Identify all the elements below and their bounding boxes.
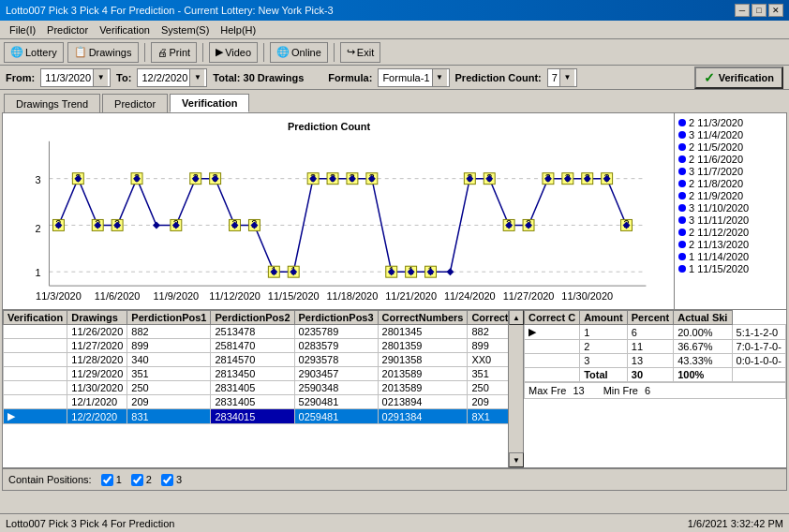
to-date-combo[interactable]: 12/2/2020 ▼	[137, 68, 207, 87]
status-bar: Lotto007 Pick 3 Pick 4 For Prediction 1/…	[0, 513, 789, 532]
checkbox-2[interactable]	[131, 474, 143, 486]
video-button[interactable]: ▶ Video	[209, 42, 258, 63]
legend-item-5: 3 11/7/2020	[678, 166, 782, 177]
maximize-button[interactable]: □	[752, 4, 767, 17]
close-button[interactable]: ✕	[768, 4, 783, 17]
table-cell: 2813450	[211, 367, 294, 381]
data-grid-area: Verification Drawings PerdictionPos1 Per…	[3, 310, 786, 467]
svg-text:2: 2	[35, 223, 40, 234]
tab-drawings-trend[interactable]: Drawings Trend	[4, 94, 100, 112]
row-arrow	[4, 367, 67, 381]
checkbox-3[interactable]	[161, 474, 173, 486]
table-cell: 340	[127, 353, 211, 367]
tab-bar: Drawings Trend Predictor Verification	[0, 90, 789, 112]
formula-combo[interactable]: Formula-1 ▼	[378, 68, 449, 87]
online-button[interactable]: 🌐 Online	[270, 42, 328, 63]
formula-arrow[interactable]: ▼	[432, 69, 447, 86]
lottery-button[interactable]: 🌐 Lottery	[4, 42, 64, 63]
minimize-button[interactable]: ─	[735, 4, 750, 17]
col-correct-c: Correct C	[525, 311, 580, 325]
svg-text:1: 1	[35, 267, 40, 278]
legend-dot	[678, 192, 686, 200]
drawings-button[interactable]: 📋 Drawings	[67, 42, 139, 63]
table-cell: 2903457	[294, 367, 378, 381]
table-row[interactable]: 12/1/20202092831405529048102138942093	[4, 395, 510, 409]
table-cell: 11/30/2020	[67, 381, 127, 395]
svg-text:11/3/2020: 11/3/2020	[36, 290, 82, 302]
menu-help[interactable]: Help(H)	[215, 23, 261, 37]
table-cell: 0293578	[294, 353, 378, 367]
checkbox-pos2: 2	[131, 474, 152, 486]
title-bar: Lotto007 Pick 3 Pick 4 For Prediction - …	[0, 0, 789, 21]
print-button[interactable]: 🖨 Print	[151, 42, 198, 63]
table-cell: 351	[127, 367, 211, 381]
checkbox-1[interactable]	[101, 474, 113, 486]
table-row[interactable]: 11/27/20208992581470028357928013598993	[4, 339, 510, 353]
row-arrow	[4, 395, 67, 409]
left-grid[interactable]: Verification Drawings PerdictionPos1 Per…	[3, 310, 509, 467]
table-cell: 2834015	[211, 409, 294, 424]
table-row[interactable]: ▶12/2/20208312834015025948102913848X12	[4, 409, 510, 424]
contain-positions-label: Contain Positions:	[8, 474, 92, 485]
table-row[interactable]: 11/28/2020340281457002935782901358XX01	[4, 353, 510, 367]
svg-text:11/27/2020: 11/27/2020	[503, 290, 555, 302]
table-row[interactable]: 11/30/20202502831405259034820135892503	[4, 381, 510, 395]
checkbox-pos3: 3	[161, 474, 182, 486]
verification-button[interactable]: ✓ Verification	[694, 66, 783, 89]
from-date-arrow[interactable]: ▼	[93, 69, 108, 86]
table-cell: 3	[580, 354, 628, 368]
menu-verification[interactable]: Verification	[94, 23, 156, 37]
legend-item-11: 2 11/13/2020	[678, 239, 782, 250]
menu-file[interactable]: File(I)	[4, 23, 41, 37]
window-title: Lotto007 Pick 3 Pick 4 For Prediction - …	[6, 5, 334, 16]
max-fre: Max Fre 13	[528, 385, 585, 396]
pred-count-value: 7	[550, 72, 559, 83]
table-cell: 5:1-1-2-0	[732, 325, 785, 340]
exit-button[interactable]: ↪ Exit	[340, 42, 380, 63]
left-scrollbar[interactable]: ▲ ▼	[509, 310, 524, 467]
table-row[interactable]: 31343.33%0:0-1-0-0-	[525, 354, 786, 368]
exit-icon: ↪	[347, 46, 355, 58]
svg-rect-0	[12, 113, 665, 309]
legend-item-13: 1 11/15/2020	[678, 263, 782, 274]
tab-verification[interactable]: Verification	[170, 94, 249, 112]
table-cell: 2581470	[211, 339, 294, 353]
table-cell: 30	[627, 368, 673, 382]
table-cell: 0291384	[378, 409, 468, 424]
row-arrow	[525, 340, 580, 354]
row-arrow	[525, 354, 580, 368]
menu-predictor[interactable]: Predictor	[41, 23, 94, 37]
pred-count-combo[interactable]: 7 ▼	[547, 68, 577, 87]
separator-1	[144, 43, 145, 62]
scroll-up-button[interactable]: ▲	[509, 310, 524, 325]
table-cell: 882	[468, 325, 509, 339]
to-date-arrow[interactable]: ▼	[189, 69, 204, 86]
table-row[interactable]: 21136.67%7:0-1-7-0-	[525, 340, 786, 354]
row-arrow	[4, 381, 67, 395]
min-fre: Min Fre 6	[603, 385, 650, 396]
legend-dot	[678, 168, 686, 175]
legend-dot	[678, 119, 686, 126]
pred-count-arrow[interactable]: ▼	[559, 69, 574, 86]
table-cell: 11/26/2020	[67, 325, 127, 339]
table-cell: 2013589	[378, 381, 468, 395]
legend-item-6: 2 11/8/2020	[678, 178, 782, 189]
table-cell: 11	[627, 340, 673, 354]
table-cell: 11/29/2020	[67, 367, 127, 381]
table-cell: 209	[468, 395, 509, 409]
table-cell: 831	[127, 409, 211, 424]
menu-system[interactable]: System(S)	[156, 23, 215, 37]
table-row[interactable]: Total30100%	[525, 368, 786, 382]
scroll-down-button[interactable]: ▼	[509, 452, 524, 467]
tab-predictor[interactable]: Predictor	[102, 94, 168, 112]
right-grid: Correct C Amount Percent Actual Ski ▶162…	[524, 310, 786, 467]
scroll-track	[509, 325, 523, 452]
table-row[interactable]: 11/26/20208822513478023578928013458823	[4, 325, 510, 339]
col-pos2: PerdictionPos2	[211, 311, 294, 325]
svg-text:11/15/2020: 11/15/2020	[268, 290, 320, 302]
from-date-combo[interactable]: 11/3/2020 ▼	[40, 68, 111, 87]
from-date-value: 11/3/2020	[43, 72, 93, 83]
table-row[interactable]: 11/29/20203512813450290345720135893513	[4, 367, 510, 381]
table-row[interactable]: ▶1620.00%5:1-1-2-0	[525, 325, 786, 340]
col-correct-count: CorrectCount	[468, 311, 509, 325]
